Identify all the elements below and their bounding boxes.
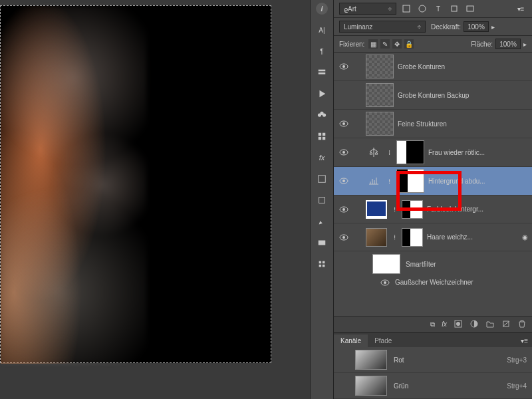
mask-icon[interactable] (454, 319, 463, 330)
mask-thumbnail[interactable] (402, 200, 423, 219)
visibility-toggle[interactable] (338, 234, 350, 241)
mask-thumbnail[interactable] (402, 228, 423, 247)
layer-name[interactable]: Hintergrund abdu... (428, 178, 528, 185)
layer-row[interactable]: ⁞ Hintergrund abdu... (334, 167, 532, 196)
layers-list[interactable]: Grobe Konturen Grobe Konturen Backup Fei… (334, 53, 532, 316)
lock-pixels-icon[interactable]: ✎ (380, 39, 390, 49)
layer-thumbnail[interactable] (366, 228, 387, 247)
lock-position-icon[interactable]: ✥ (392, 39, 402, 49)
trash-icon[interactable] (517, 319, 527, 330)
fill-input[interactable]: 100% (495, 39, 521, 49)
svg-point-33 (384, 281, 386, 284)
channel-row[interactable]: Rot Strg+3 (334, 347, 532, 373)
filter-shape-icon[interactable] (448, 3, 460, 15)
swatches-panel-icon[interactable] (316, 109, 328, 121)
layer-thumbnail[interactable] (366, 55, 394, 78)
filter-name: Gaußscher Weichzeichner (395, 279, 473, 286)
svg-rect-11 (319, 241, 326, 245)
layer-row[interactable]: Feine Strukturen (334, 110, 532, 138)
layer-name[interactable]: Feine Strukturen (398, 120, 528, 128)
opacity-input[interactable]: 100% (464, 21, 489, 32)
visibility-toggle[interactable] (338, 178, 350, 184)
channel-row[interactable]: Grün Strg+4 (334, 373, 532, 399)
svg-point-35 (456, 322, 460, 326)
visibility-toggle[interactable] (338, 63, 350, 70)
blend-opacity-row: Luminanz÷ Deckkraft: 100% ▸ (334, 18, 532, 36)
smartfilter-item[interactable]: Gaußscher Weichzeichner (334, 277, 532, 288)
brush-icon[interactable] (316, 215, 328, 227)
channel-thumbnail[interactable] (355, 376, 387, 396)
layer-row[interactable]: ⁞ Farblook Hintergr... (334, 196, 532, 223)
brush-panel-icon[interactable] (316, 66, 328, 78)
adjustment-icon[interactable] (469, 319, 479, 330)
smartfilter-row[interactable]: Smartfilter (334, 251, 532, 277)
paragraph-panel-icon[interactable]: ¶ (316, 45, 328, 57)
layer-name[interactable]: Farblook Hintergr... (427, 205, 528, 213)
color-panel-icon[interactable] (316, 237, 328, 249)
visibility-toggle[interactable] (338, 206, 350, 213)
info-icon[interactable]: i (316, 3, 328, 15)
panel-menu-icon[interactable]: ▾≡ (515, 3, 527, 15)
blend-mode-dropdown[interactable]: Luminanz÷ (339, 21, 426, 33)
link-layers-icon[interactable]: ⧉ (430, 321, 435, 329)
link-icon[interactable]: ⁞ (386, 178, 392, 184)
layer-thumbnail[interactable] (366, 83, 394, 107)
panels-column: ϱ Art ÷ T ▾≡ Luminanz÷ Deckkraft: 100% ▸… (334, 0, 532, 399)
layer-row[interactable]: ⁞ Frau wieder rötlic... (334, 138, 532, 167)
filter-type-dropdown[interactable]: ϱ Art ÷ (339, 3, 396, 15)
panel-icon-strip: i A| ¶ fx (310, 0, 334, 399)
svg-point-21 (342, 65, 345, 68)
character-panel-icon[interactable]: A| (316, 24, 328, 36)
channel-shortcut: Strg+4 (507, 382, 527, 390)
link-icon[interactable]: ⁞ (391, 234, 398, 241)
mask-thumbnail[interactable] (396, 169, 424, 193)
panel-icon-1[interactable] (316, 173, 328, 185)
layer-name[interactable]: Haare weichz... (427, 233, 518, 241)
new-layer-icon[interactable] (501, 319, 511, 330)
mask-thumbnail[interactable] (396, 140, 424, 164)
document-canvas[interactable] (0, 5, 271, 363)
link-icon[interactable]: ⁞ (391, 206, 398, 213)
levels-adjustment-icon[interactable] (366, 173, 382, 189)
filter-adjustment-icon[interactable] (416, 3, 428, 15)
filter-type-icon[interactable]: T (432, 3, 444, 15)
channel-thumbnail[interactable] (355, 350, 387, 370)
filter-pixel-icon[interactable] (400, 3, 412, 15)
lock-all-icon[interactable]: 🔒 (404, 39, 414, 49)
visibility-toggle[interactable] (338, 149, 350, 156)
panel-menu-icon[interactable]: ▾≡ (517, 334, 532, 347)
lock-transparency-icon[interactable]: ▦ (368, 39, 378, 49)
layer-name[interactable]: Grobe Konturen Backup (398, 92, 528, 99)
layer-row[interactable]: Grobe Konturen Backup (334, 81, 532, 110)
group-icon[interactable] (485, 319, 495, 330)
svg-rect-19 (467, 6, 473, 11)
layer-thumbnail[interactable] (366, 112, 394, 136)
layer-row[interactable]: Grobe Konturen (334, 53, 532, 81)
layer-name[interactable]: Grobe Konturen (398, 63, 528, 70)
color-lookup-thumbnail[interactable] (366, 200, 387, 219)
panel-icon-2[interactable] (316, 194, 328, 206)
visibility-toggle[interactable] (379, 279, 391, 286)
svg-rect-14 (319, 265, 322, 267)
play-icon[interactable] (316, 88, 328, 100)
fx-panel-icon[interactable]: fx (316, 152, 328, 164)
smartfilter-mask-thumbnail[interactable] (372, 254, 400, 274)
balance-adjustment-icon[interactable] (366, 144, 382, 160)
tab-paths[interactable]: Pfade (368, 334, 398, 347)
right-panel: i A| ¶ fx ϱ Art ÷ T ▾≡ Luminanz÷ Deckkra… (310, 0, 532, 399)
channel-shortcut: Strg+3 (507, 356, 527, 364)
filter-smart-icon[interactable] (464, 3, 476, 15)
canvas-area[interactable] (0, 0, 310, 399)
visibility-toggle[interactable] (338, 120, 350, 127)
styles-panel-icon[interactable] (316, 258, 328, 270)
tab-channels[interactable]: Kanäle (334, 334, 368, 347)
link-icon[interactable]: ⁞ (386, 149, 392, 156)
layer-row[interactable]: ⁞ Haare weichz... ◉ (334, 223, 532, 251)
opacity-flyout-icon[interactable]: ▸ (491, 23, 495, 31)
layer-name[interactable]: Frau wieder rötlic... (428, 149, 528, 156)
fill-flyout-icon[interactable]: ▸ (523, 41, 527, 48)
svg-point-17 (419, 5, 426, 12)
layers-filter-row: ϱ Art ÷ T ▾≡ (334, 0, 532, 18)
grid-panel-icon[interactable] (316, 130, 328, 142)
fx-icon[interactable]: fx (442, 321, 447, 328)
